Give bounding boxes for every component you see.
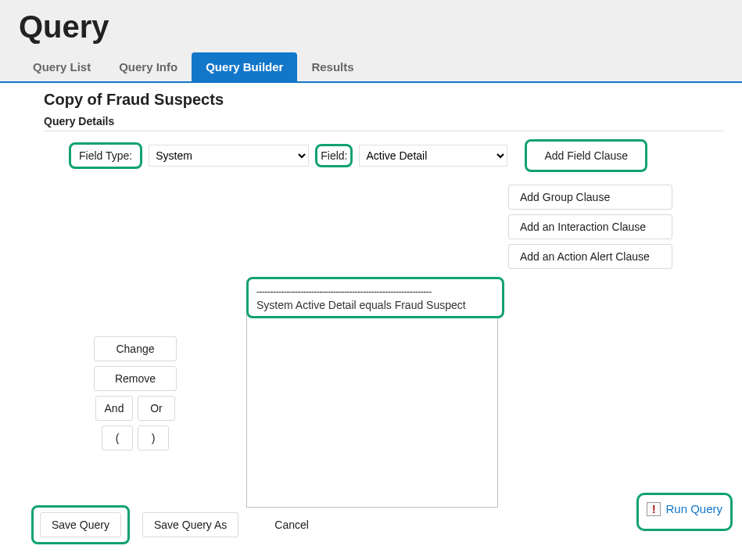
clause-listbox[interactable] [246, 287, 498, 508]
clause-divider: ----------------------------------------… [256, 285, 494, 298]
tabbar: Query List Query Info Query Builder Resu… [0, 52, 742, 83]
tab-results[interactable]: Results [297, 52, 367, 81]
or-button[interactable]: Or [138, 396, 175, 421]
field-row: Field Type: System Field: Active Detail … [69, 139, 723, 172]
open-paren-button[interactable]: ( [102, 425, 133, 451]
tab-query-info[interactable]: Query Info [105, 52, 192, 81]
tab-query-builder[interactable]: Query Builder [192, 52, 297, 81]
run-query-highlight: ! Run Query [636, 493, 733, 531]
save-query-as-button[interactable]: Save Query As [142, 512, 238, 537]
side-buttons: Add Group Clause Add an Interaction Clau… [508, 185, 672, 269]
change-button[interactable]: Change [94, 336, 177, 361]
close-paren-button[interactable]: ) [138, 425, 169, 451]
add-group-clause-button[interactable]: Add Group Clause [508, 185, 672, 210]
field-type-label: Field Type: [69, 142, 142, 169]
paren-row: ( ) [102, 425, 169, 451]
section-label: Query Details [44, 115, 723, 127]
field-type-select[interactable]: System [149, 145, 309, 167]
save-query-button[interactable]: Save Query [40, 512, 121, 537]
field-label: Field: [315, 144, 353, 167]
add-action-alert-clause-button[interactable]: Add an Action Alert Clause [508, 244, 672, 269]
cancel-button[interactable]: Cancel [267, 512, 317, 537]
clause-display-head: ----------------------------------------… [252, 282, 499, 313]
remove-button[interactable]: Remove [94, 366, 177, 391]
and-or-row: And Or [95, 396, 175, 421]
exclamation-icon: ! [647, 502, 661, 516]
field-select[interactable]: Active Detail [359, 145, 507, 167]
and-button[interactable]: And [95, 396, 133, 421]
operator-buttons: Change Remove And Or ( ) [94, 336, 177, 451]
query-subtitle: Copy of Fraud Suspects [44, 91, 723, 109]
save-query-highlight: Save Query [31, 505, 130, 544]
tab-query-list[interactable]: Query List [19, 52, 105, 81]
run-query-link[interactable]: Run Query [665, 502, 722, 515]
page-title: Query [0, 0, 742, 52]
clause-text[interactable]: System Active Detail equals Fraud Suspec… [256, 298, 494, 313]
section-divider [44, 131, 723, 131]
clause-highlight: ----------------------------------------… [246, 277, 504, 318]
content-area: Copy of Fraud Suspects Query Details Fie… [0, 83, 742, 560]
add-field-clause-button[interactable]: Add Field Clause [525, 139, 647, 172]
add-interaction-clause-button[interactable]: Add an Interaction Clause [508, 214, 672, 239]
footer-row: Save Query Save Query As Cancel [31, 505, 317, 544]
clause-area: ----------------------------------------… [246, 277, 504, 508]
